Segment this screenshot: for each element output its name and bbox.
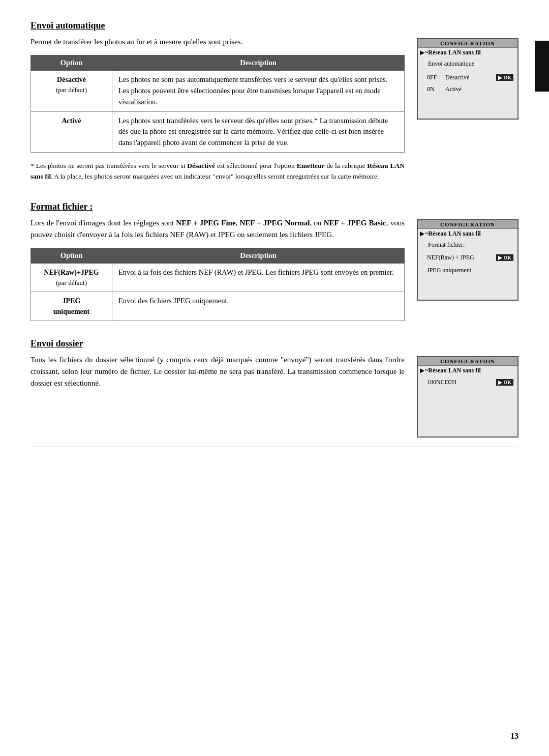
cs-value-desactive: Désactivé (445, 74, 494, 81)
option-active: Activé (31, 111, 112, 152)
cs-wifi-label-1: ~Réseau LAN sans fil (425, 49, 481, 56)
camera-display-1: Configuration ▶ ~Réseau LAN sans fil Env… (417, 38, 518, 120)
cs-value-nef: NEF(Raw) + JPEG (427, 254, 494, 261)
table-header-description-2: Description (112, 248, 405, 264)
description-desactive: Les photos ne sont pas automatiquement t… (112, 71, 405, 111)
side-tab (535, 41, 549, 92)
section-title-envoi-auto: Envoi automatique (30, 20, 518, 31)
section-title-format: Format fichier : (30, 201, 518, 212)
camera-screen-dossier: Configuration ▶ ~Réseau LAN sans fil 100… (417, 354, 518, 438)
section-format-fichier: Format fichier : Lors de l'envoi d'image… (30, 201, 518, 329)
table-row: NEF(Raw)+JPEG (par défaut) Envoi à la fo… (31, 264, 405, 292)
section-text-envoi-auto: Permet de transférer les photos au fur e… (30, 36, 405, 192)
cs-arrow-icon-1: ▶ (420, 49, 424, 56)
cs-menu-label-2: Format fichier: (418, 239, 517, 251)
description-nef-jpeg: Envoi à la fois des fichiers NEF (RAW) e… (112, 264, 405, 292)
format-table: Option Description NEF(Raw)+JPEG (par dé… (30, 248, 405, 321)
page-number: 13 (510, 732, 518, 741)
envoi-auto-table: Option Description Désactivé (par défaut… (30, 55, 405, 153)
cs-ok-badge-1: ▶ OK (496, 74, 513, 81)
table-header-option: Option (31, 55, 112, 71)
format-intro-text: Lors de l'envoi d'images dont les réglag… (30, 217, 405, 241)
cs-wifi-label-2: ~Réseau LAN sans fil (425, 230, 481, 238)
cs-menu-label-1: Envoi automatique (418, 57, 517, 70)
cs-title-3: Configuration (418, 357, 517, 366)
cs-value-jpeg: JPEG uniquement (427, 267, 513, 274)
cs-arrow-icon-3: ▶ (420, 367, 424, 374)
camera-screen-format: Configuration ▶ ~Réseau LAN sans fil For… (417, 217, 518, 301)
description-active: Les photos sont transférées vers le serv… (112, 111, 405, 152)
dossier-intro-text: Tous les fichiers du dossier sélectionné… (30, 354, 405, 390)
table-row: Désactivé (par défaut) Les photos ne son… (31, 71, 405, 111)
cs-wifi-1: ▶ ~Réseau LAN sans fil (418, 48, 517, 57)
option-nef-jpeg: NEF(Raw)+JPEG (par défaut) (31, 264, 112, 292)
cs-ok-badge-2: ▶ OK (496, 254, 513, 261)
table-header-option-2: Option (31, 248, 112, 264)
description-jpeg-only: Envoi des fichiers JPEG uniquement. (112, 292, 405, 321)
cs-key-on: 0N (427, 85, 445, 93)
cs-option-nef-raw: NEF(Raw) + JPEG ▶ OK (418, 253, 517, 263)
cs-option-off: 0FF Désactivé ▶ OK (418, 73, 517, 82)
cs-title-1: Configuration (418, 39, 517, 48)
section-envoi-dossier: Envoi dossier Tous les fichiers du dossi… (30, 338, 518, 438)
camera-display-2: Configuration ▶ ~Réseau LAN sans fil For… (417, 219, 518, 301)
cs-wifi-2: ▶ ~Réseau LAN sans fil (418, 229, 517, 239)
section-envoi-automatique: Envoi automatique Permet de transférer l… (30, 20, 518, 192)
cs-value-dossier: 100NCD2H (427, 379, 494, 386)
table-row: Activé Les photos sont transférées vers … (31, 111, 405, 152)
cs-ok-badge-3: ▶ OK (496, 379, 513, 386)
table-header-description: Description (112, 55, 405, 71)
cs-value-active: Activé (445, 85, 513, 93)
cs-option-on: 0N Activé (418, 84, 517, 94)
envoi-auto-intro-text: Permet de transférer les photos au fur e… (30, 36, 405, 48)
option-jpeg-only: JPEGuniquement (31, 292, 112, 321)
cs-option-dossier-100: 100NCD2H ▶ OK (418, 377, 517, 387)
bottom-divider (30, 447, 518, 447)
footnote-envoi-auto: * Les photos ne seront pas transférées v… (30, 161, 405, 182)
cs-key-off: 0FF (427, 74, 445, 81)
camera-display-3: Configuration ▶ ~Réseau LAN sans fil 100… (417, 356, 518, 438)
cs-option-jpeg-only-screen: JPEG uniquement (418, 266, 517, 275)
section-title-dossier: Envoi dossier (30, 338, 518, 349)
camera-screen-envoi-auto: Configuration ▶ ~Réseau LAN sans fil Env… (417, 36, 518, 120)
option-desactive: Désactivé (par défaut) (31, 71, 112, 111)
table-row: JPEGuniquement Envoi des fichiers JPEG u… (31, 292, 405, 321)
cs-wifi-3: ▶ ~Réseau LAN sans fil (418, 366, 517, 375)
cs-title-2: Configuration (418, 220, 517, 229)
cs-wifi-label-3: ~Réseau LAN sans fil (425, 367, 481, 374)
section-text-format: Lors de l'envoi d'images dont les réglag… (30, 217, 405, 329)
section-text-dossier: Tous les fichiers du dossier sélectionné… (30, 354, 405, 397)
cs-arrow-icon-2: ▶ (420, 230, 424, 237)
